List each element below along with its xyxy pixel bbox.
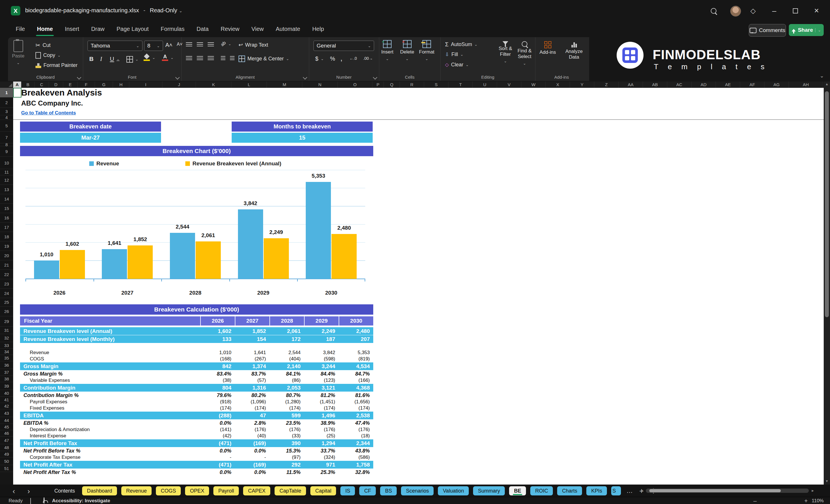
- row-header-7[interactable]: 7: [0, 132, 13, 143]
- bold-button[interactable]: B: [89, 56, 94, 62]
- cell-2029[interactable]: (176): [304, 427, 339, 433]
- row-header-51[interactable]: 51: [0, 465, 13, 472]
- kpi-breakeven-date-value[interactable]: Mar-27: [20, 133, 161, 143]
- align-right-button[interactable]: [208, 56, 214, 60]
- row-label[interactable]: COGS: [20, 356, 200, 362]
- cell-2028[interactable]: 2,053: [269, 384, 304, 391]
- cell-2027[interactable]: 1,374: [235, 363, 269, 370]
- col-header-K[interactable]: K: [196, 82, 231, 88]
- row-header-14[interactable]: 14: [0, 194, 13, 204]
- cell-2027[interactable]: 83.7%: [235, 371, 269, 377]
- row-header-33[interactable]: 33: [0, 342, 13, 349]
- menu-tab-automate[interactable]: Automate: [270, 22, 306, 37]
- cell-2029[interactable]: (324): [304, 454, 339, 461]
- cell-2030[interactable]: 2,344: [339, 439, 373, 447]
- col-header-H[interactable]: H: [113, 82, 129, 88]
- cell-2029[interactable]: 187: [304, 335, 339, 343]
- col-header-J[interactable]: J: [162, 82, 196, 88]
- addins-button[interactable]: Add-ins: [537, 40, 558, 55]
- menu-tab-draw[interactable]: Draw: [85, 22, 111, 37]
- kpi-months-value[interactable]: 15: [232, 133, 373, 143]
- cell-2026[interactable]: 1,010: [200, 350, 235, 356]
- zoom-out-button[interactable]: –: [753, 497, 757, 504]
- row-header-17[interactable]: 17: [0, 223, 13, 232]
- row-header-21[interactable]: 21: [0, 260, 13, 270]
- cell-2028[interactable]: (33): [269, 433, 304, 439]
- cell-2026[interactable]: 0.0%: [200, 447, 235, 454]
- vertical-scrollbar[interactable]: ▲ ▼: [824, 82, 830, 484]
- maximize-button[interactable]: [788, 4, 802, 18]
- sheet-tab-capital[interactable]: Capital: [310, 486, 336, 496]
- font-size-select[interactable]: 8⌄: [144, 41, 163, 51]
- row-header-9[interactable]: 9: [0, 146, 13, 157]
- cell-2026[interactable]: (174): [200, 405, 235, 411]
- cell-2030[interactable]: 47.4%: [339, 420, 373, 427]
- cell-2029[interactable]: 38.9%: [304, 420, 339, 427]
- row-header-38[interactable]: 38: [0, 376, 13, 382]
- row-header-29[interactable]: 29: [0, 316, 13, 327]
- col-header-B[interactable]: B: [22, 82, 35, 88]
- hscroll-right-icon[interactable]: ▸: [812, 488, 814, 493]
- cell-2028[interactable]: 599: [269, 412, 304, 419]
- cell-2029[interactable]: 84.4%: [304, 371, 339, 377]
- cell-2028[interactable]: 84.1%: [269, 371, 304, 377]
- cell-2030[interactable]: (819): [339, 356, 373, 362]
- cell-2030[interactable]: (586): [339, 454, 373, 461]
- collapse-ribbon-icon[interactable]: ⌄: [820, 73, 824, 79]
- row-header-25[interactable]: 25: [0, 298, 13, 307]
- avatar[interactable]: [730, 6, 741, 17]
- cell-2030[interactable]: (174): [339, 405, 373, 411]
- row-header-23[interactable]: 23: [0, 279, 13, 289]
- hscroll-left-icon[interactable]: ◂: [641, 488, 643, 493]
- col-header-N[interactable]: N: [302, 82, 338, 88]
- cell-2027[interactable]: (40): [235, 433, 269, 439]
- cell-2026[interactable]: 83.4%: [200, 371, 235, 377]
- cell-2029[interactable]: (174): [304, 405, 339, 411]
- row-header-35[interactable]: 35: [0, 355, 13, 361]
- italic-button[interactable]: I: [100, 56, 102, 63]
- cell-2029[interactable]: 971: [304, 461, 339, 469]
- col-header-U[interactable]: U: [473, 82, 497, 88]
- read-only-badge[interactable]: Read-Only: [150, 7, 183, 13]
- cell-2026[interactable]: (42): [200, 433, 235, 439]
- cell-2027[interactable]: (174): [235, 405, 269, 411]
- cell-2026[interactable]: (471): [200, 461, 235, 469]
- col-header-C[interactable]: C: [35, 82, 49, 88]
- row-header-32[interactable]: 32: [0, 334, 13, 342]
- col-header-AD[interactable]: AD: [692, 82, 716, 88]
- horizontal-scroll-thumb[interactable]: [649, 489, 781, 492]
- row-header-37[interactable]: 37: [0, 369, 13, 376]
- row-header-3[interactable]: 3: [0, 108, 13, 115]
- row-header-40[interactable]: 40: [0, 390, 13, 397]
- cell-2029[interactable]: 33.7%: [304, 447, 339, 454]
- cell-2029[interactable]: 81.2%: [304, 392, 339, 399]
- col-header-E[interactable]: E: [63, 82, 77, 88]
- search-icon[interactable]: [706, 4, 721, 18]
- wrap-text-button[interactable]: ↩ Wrap Text: [238, 42, 268, 48]
- row-label[interactable]: Contribution Margin %: [20, 392, 200, 399]
- cell-2028[interactable]: 390: [269, 439, 304, 447]
- cell-2029[interactable]: (123): [304, 377, 339, 384]
- col-header-I[interactable]: I: [129, 82, 162, 88]
- row-label[interactable]: Payroll Expenses: [20, 399, 200, 405]
- cell-2026[interactable]: (141): [200, 427, 235, 433]
- cell-2030[interactable]: (1,656): [339, 399, 373, 405]
- cell-2027[interactable]: (176): [235, 427, 269, 433]
- row-header-8[interactable]: 8: [0, 143, 13, 146]
- row-header-4[interactable]: 4: [0, 115, 13, 120]
- cell-2027[interactable]: (267): [235, 356, 269, 362]
- row-header-39[interactable]: 39: [0, 382, 13, 390]
- cell-2028[interactable]: 15.3%: [269, 447, 304, 454]
- cell-2028[interactable]: 2,544: [269, 350, 304, 356]
- column-headers[interactable]: ABCDEFGHIJKLMNOPQRSTUVWXYZAAABACADAEAFAG…: [13, 82, 823, 88]
- col-header-AC[interactable]: AC: [667, 82, 692, 88]
- align-top-button[interactable]: [186, 42, 192, 46]
- sheet-tab-capex[interactable]: CAPEX: [243, 486, 270, 496]
- row-label[interactable]: Net Profit Before Tax %: [20, 447, 200, 454]
- cell-2030[interactable]: 1,758: [339, 461, 373, 469]
- cell-2029[interactable]: 1,496: [304, 412, 339, 419]
- cell-2029[interactable]: 2,249: [304, 327, 339, 335]
- row-header-24[interactable]: 24: [0, 289, 13, 298]
- autosum-button[interactable]: Σ AutoSum⌄: [445, 41, 477, 48]
- align-left-button[interactable]: [186, 56, 192, 60]
